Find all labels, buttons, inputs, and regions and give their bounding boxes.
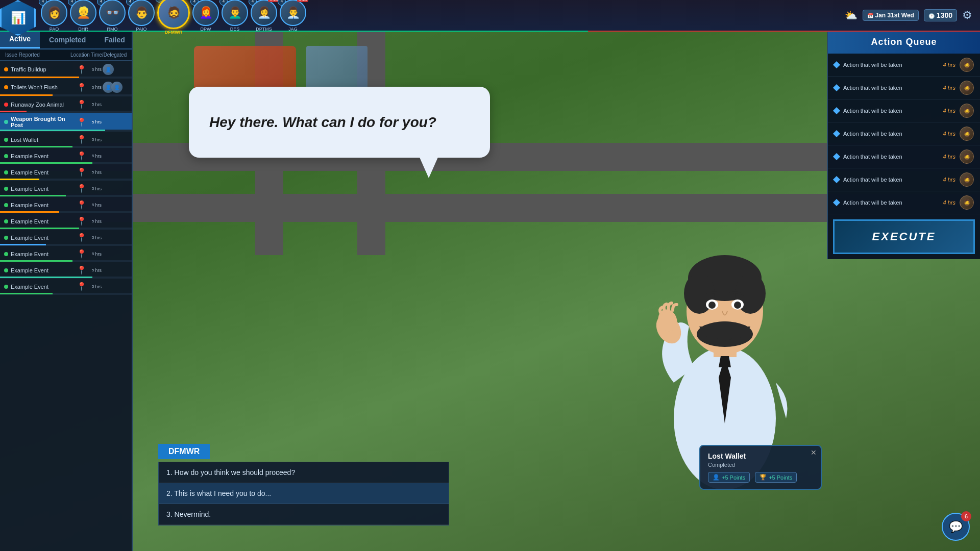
staff-dfmwr[interactable]: 4 🧔 DFMWR Personality (157, 0, 190, 35)
chat-badge-count: 6 (961, 511, 971, 521)
choice-3[interactable]: 3. Nevermind. (159, 504, 449, 525)
issue-example-4[interactable]: Example Event 📍 5hrs (0, 197, 132, 213)
action-row-4[interactable]: Action that will be taken 4 hrs 🧔 (828, 122, 980, 145)
action-diamond-7 (833, 199, 840, 206)
notification-status: Completed (708, 462, 813, 468)
action-diamond-1 (833, 61, 840, 68)
chart-icon: 📊 (10, 11, 26, 26)
action-queue-header: Action Queue (828, 31, 980, 54)
action-row-3[interactable]: Action that will be taken 4 hrs 🧔 (828, 99, 980, 122)
choice-2[interactable]: 2. This is what I need you to do... (159, 483, 449, 504)
action-diamond-6 (833, 176, 840, 183)
issue-example-9[interactable]: Example Event 📍 5hrs (0, 279, 132, 295)
staff-jag[interactable]: 4 👨‍💼 5 hrs JAG (280, 0, 306, 32)
weather-icon: ⛅ (845, 9, 857, 21)
date-display: 📅 Jan 31st Wed (863, 10, 919, 21)
issue-example-8[interactable]: Example Event 📍 5hrs (0, 262, 132, 279)
speaker-label: DFMWR (158, 444, 210, 459)
choice-1[interactable]: 1. How do you think we should proceed? (159, 462, 449, 483)
logo-button[interactable]: 📊 (0, 0, 36, 36)
person-icon: 👤 (713, 474, 720, 481)
trophy-icon: 🏆 (760, 474, 767, 481)
svg-point-9 (734, 302, 741, 309)
notification-points: 👤 +5 Points 🏆 +5 Points (708, 472, 813, 483)
staff-des[interactable]: 4 👨‍🦱 DES (222, 0, 248, 32)
staff-dpw[interactable]: 4 👩‍🦰 DPW (192, 0, 219, 32)
top-right-hud: ⛅ 📅 Jan 31st Wed 🕐 1300 ⚙ (837, 0, 980, 31)
action-diamond-5 (833, 153, 840, 160)
action-avatar-4: 🧔 (960, 127, 974, 141)
settings-button[interactable]: ⚙ (962, 9, 972, 22)
issue-zoo-animal[interactable]: Runaway Zoo Animal 📍 5hrs (0, 96, 132, 113)
choice-1-number: 1. (166, 468, 175, 477)
chat-icon: 💬 (949, 520, 963, 534)
execute-button[interactable]: EXECUTE (833, 219, 975, 254)
issues-list: Traffic Buildup 📍 5hrs👤 Toilets Won't Fl… (0, 61, 132, 551)
dialog-text: Hey there. What can I do for you? (209, 112, 470, 132)
action-diamond-2 (833, 84, 840, 91)
action-avatar-6: 🧔 (960, 172, 974, 187)
action-row-1[interactable]: Action that will be taken 4 hrs 🧔 (828, 54, 980, 77)
time-display: 🕐 1300 (924, 9, 957, 21)
issue-example-2[interactable]: Example Event 📍 5hrs (0, 164, 132, 181)
issue-example-6[interactable]: Example Event 📍 5hrs (0, 230, 132, 246)
dialog-bubble: Hey there. What can I do for you? (189, 87, 490, 158)
choices-box: 1. How do you think we should proceed? 2… (158, 462, 449, 525)
staff-dhr[interactable]: 4 👱 DHR (70, 0, 96, 32)
right-panel: Action Queue Action that will be taken 4… (827, 31, 980, 259)
svg-marker-12 (719, 356, 731, 367)
issue-example-5[interactable]: Example Event 📍 5hrs (0, 213, 132, 230)
notification-close-button[interactable]: ✕ (811, 448, 817, 457)
issue-lost-wallet[interactable]: Lost Wallet 📍 5hrs (0, 132, 132, 148)
action-avatar-1: 🧔 (960, 58, 974, 72)
points-badge-2: 🏆 +5 Points (755, 472, 797, 483)
action-row-6[interactable]: Action that will be taken 4 hrs 🧔 (828, 168, 980, 191)
notification-popup: ✕ Lost Wallet Completed 👤 +5 Points 🏆 +5… (699, 445, 822, 490)
action-avatar-2: 🧔 (960, 81, 974, 95)
action-avatar-5: 🧔 (960, 149, 974, 164)
action-diamond-4 (833, 130, 840, 137)
left-panel: Active Completed Failed Issue Reported L… (0, 31, 133, 551)
issue-weapon[interactable]: Weapon Brought On Post 📍 5hrs (0, 113, 132, 132)
chat-button[interactable]: 💬 6 (942, 513, 970, 541)
top-hud: 📊 4 👩 PAO 4 👱 DHR 4 👓 RMO 4 👨 PAIO 4 (0, 0, 980, 31)
choice-2-number: 2. (166, 489, 174, 497)
staff-pao[interactable]: 4 👩 PAO (41, 0, 67, 32)
action-row-5[interactable]: Action that will be taken 4 hrs 🧔 (828, 145, 980, 168)
issue-example-1[interactable]: Example Event 📍 5hrs (0, 148, 132, 164)
action-avatar-3: 🧔 (960, 104, 974, 118)
svg-point-8 (708, 302, 716, 309)
action-row-2[interactable]: Action that will be taken 4 hrs 🧔 (828, 77, 980, 99)
staff-paio[interactable]: 4 👨 PAIO (128, 0, 155, 32)
points-badge-1: 👤 +5 Points (708, 472, 750, 483)
notification-title: Lost Wallet (708, 452, 813, 460)
issue-example-3[interactable]: Example Event 📍 5hrs (0, 181, 132, 197)
action-diamond-3 (833, 107, 840, 114)
staff-rmo[interactable]: 4 👓 RMO (99, 0, 126, 32)
issue-toilets[interactable]: Toilets Won't Flush 📍 5hrs👤👤 (0, 79, 132, 96)
issues-header: Issue Reported Location Time/Delegated (0, 49, 132, 61)
action-avatar-7: 🧔 (960, 195, 974, 210)
choice-3-number: 3. (166, 510, 175, 518)
action-row-7[interactable]: Action that will be taken 4 hrs 🧔 (828, 191, 980, 214)
action-queue-list: Action that will be taken 4 hrs 🧔 Action… (828, 54, 980, 214)
issue-example-7[interactable]: Example Event 📍 5hrs (0, 246, 132, 262)
staff-dptms[interactable]: 4 👩‍💼 5 hrs DPTMS (251, 0, 277, 32)
issue-traffic-buildup[interactable]: Traffic Buildup 📍 5hrs👤 (0, 61, 132, 79)
staff-bar: 4 👩 PAO 4 👱 DHR 4 👓 RMO 4 👨 PAIO 4 🧔 DFM… (41, 0, 306, 35)
